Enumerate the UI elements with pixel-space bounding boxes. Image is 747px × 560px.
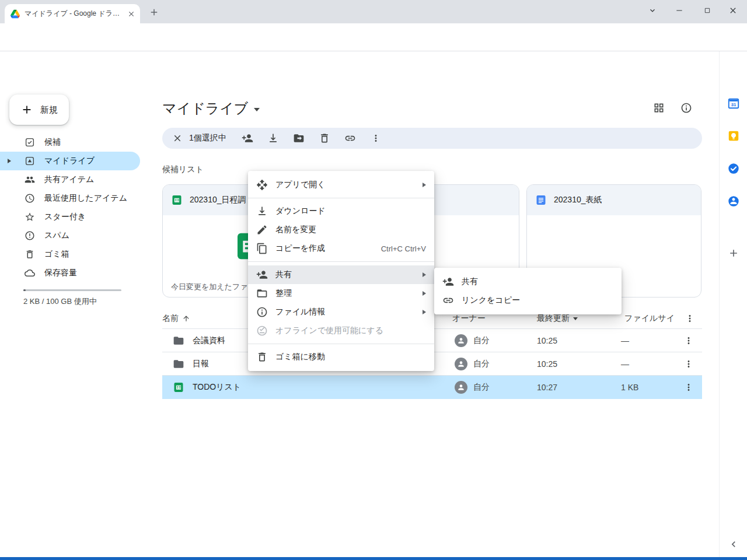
storage-usage-text: 2 KB / 100 GB 使用中 <box>23 296 97 307</box>
submenu-arrow-icon <box>423 272 426 277</box>
tasks-button[interactable] <box>727 162 741 176</box>
people-icon <box>25 174 35 185</box>
file-modified: 10:27 <box>537 376 557 399</box>
menu-item-share[interactable]: 共有 <box>248 265 434 284</box>
menu-item-rename[interactable]: 名前を変更 <box>248 220 434 239</box>
page-title-dropdown[interactable]: マイドライブ <box>162 99 260 118</box>
file-size: — <box>621 352 629 376</box>
column-label: 名前 <box>162 313 179 324</box>
menu-separator <box>248 198 434 198</box>
keep-icon <box>727 130 740 142</box>
submenu-item-copy-link[interactable]: リンクをコピー <box>434 291 622 310</box>
tab-close-button[interactable] <box>127 10 135 18</box>
submenu-arrow-icon <box>423 310 426 314</box>
contacts-icon <box>727 195 740 208</box>
window-maximize-button[interactable] <box>696 2 719 19</box>
window-minimize-button[interactable] <box>668 2 691 19</box>
new-tab-button[interactable] <box>147 5 161 19</box>
window-close-button[interactable] <box>721 2 745 19</box>
new-button[interactable]: 新規 <box>9 94 69 125</box>
column-header-size[interactable]: ファイルサイ <box>624 308 675 329</box>
browser-toolbar: drive.google.com/drive/my-drive U <box>0 23 747 51</box>
row-actions-button[interactable] <box>678 329 699 352</box>
folder-move-icon <box>293 132 305 144</box>
my-drive-icon <box>25 156 35 166</box>
row-actions-button[interactable] <box>678 352 699 376</box>
sidebar: 新規 候補 マイドライブ 共有アイテム 最近使用したアイテム スタ <box>0 88 149 558</box>
row-actions-button[interactable] <box>678 376 699 399</box>
minimize-icon <box>675 6 684 15</box>
sidebar-item-trash[interactable]: ゴミ箱 <box>0 245 140 264</box>
star-icon <box>25 212 35 222</box>
cloud-icon <box>25 268 35 278</box>
menu-item-move-to-trash[interactable]: ゴミ箱に移動 <box>248 348 434 366</box>
tab-title: マイドライブ - Google ドライブ <box>25 9 123 19</box>
download-icon <box>256 205 268 217</box>
contacts-button[interactable] <box>727 194 741 208</box>
open-with-icon <box>256 179 268 191</box>
tab-strip: マイドライブ - Google ドライブ <box>0 0 747 23</box>
collapse-panel-button[interactable] <box>725 536 742 552</box>
tab-search-button[interactable] <box>641 2 664 19</box>
file-modified: 10:25 <box>537 352 557 376</box>
drive-header: ドライブ ドライブで検索 ECCS Cloud Mail Information… <box>0 51 747 88</box>
sidebar-item-label: 候補 <box>44 137 61 148</box>
keep-button[interactable] <box>727 129 741 143</box>
details-panel-button[interactable] <box>679 101 693 115</box>
sidebar-item-starred[interactable]: スター付き <box>0 208 140 226</box>
submenu-item-share[interactable]: 共有 <box>434 272 622 291</box>
browser-window: 31 マイドライブ - Google ドライブ drive.google.com… <box>0 0 747 560</box>
calendar-button[interactable] <box>727 96 741 110</box>
copy-link-button[interactable] <box>340 128 361 149</box>
storage-progress-bar <box>23 289 121 291</box>
grid-view-toggle-button[interactable] <box>652 101 666 115</box>
folder-icon <box>256 288 268 299</box>
move-selected-button[interactable] <box>288 128 309 149</box>
download-icon <box>267 132 279 144</box>
download-selected-button[interactable] <box>263 128 284 149</box>
menu-item-make-offline: オフラインで使用可能にする <box>248 321 434 340</box>
close-icon <box>728 6 738 15</box>
column-header-name[interactable]: 名前 <box>162 308 190 329</box>
sidebar-item-shared[interactable]: 共有アイテム <box>0 170 140 189</box>
link-icon <box>442 295 454 306</box>
expand-caret-icon[interactable] <box>8 159 11 163</box>
column-label: 最終更新 <box>537 313 570 324</box>
browser-tab[interactable]: マイドライブ - Google ドライブ <box>5 4 140 23</box>
column-label: オーナー <box>452 313 486 324</box>
link-icon <box>344 132 356 144</box>
menu-item-label: 名前を変更 <box>275 225 316 235</box>
file-name: 会議資料 <box>193 329 225 352</box>
menu-item-make-copy[interactable]: コピーを作成 Ctrl+C Ctrl+V <box>248 239 434 258</box>
sidebar-item-label: スパム <box>44 230 69 241</box>
column-options-button[interactable] <box>679 308 700 329</box>
sidebar-item-spam[interactable]: スパム <box>0 226 140 245</box>
sidebar-item-my-drive[interactable]: マイドライブ <box>0 152 140 170</box>
spam-icon <box>25 230 35 241</box>
person-add-icon <box>242 132 253 144</box>
menu-item-open-with[interactable]: アプリで開く <box>248 176 434 194</box>
context-menu: アプリで開く ダウンロード 名前を変更 コピーを作成 Ctrl+C Ctrl+V… <box>248 171 434 371</box>
add-addon-button[interactable] <box>727 246 741 260</box>
sidebar-item-storage[interactable]: 保存容量 <box>0 264 140 282</box>
sidebar-item-suggested[interactable]: 候補 <box>0 133 140 152</box>
more-vertical-icon <box>371 133 381 144</box>
file-row-selected[interactable]: TODOリスト 自分 10:27 1 KB <box>162 376 702 399</box>
menu-item-download[interactable]: ダウンロード <box>248 202 434 220</box>
trash-icon <box>25 249 35 260</box>
person-add-icon <box>442 276 454 288</box>
share-selected-button[interactable] <box>237 128 258 149</box>
sidebar-item-recent[interactable]: 最近使用したアイテム <box>0 189 140 208</box>
menu-item-file-info[interactable]: ファイル情報 <box>248 303 434 321</box>
trash-selected-button[interactable] <box>314 128 335 149</box>
pencil-icon <box>256 224 268 236</box>
clear-selection-button[interactable] <box>167 128 188 149</box>
card-file-name: 202310_表紙 <box>554 195 602 205</box>
chevron-down-icon <box>573 317 578 320</box>
copy-icon <box>256 243 268 254</box>
more-vertical-icon <box>683 335 694 346</box>
new-button-label: 新規 <box>40 104 58 116</box>
plus-icon <box>20 103 33 116</box>
menu-item-organize[interactable]: 整理 <box>248 284 434 303</box>
more-actions-button[interactable] <box>365 128 386 149</box>
